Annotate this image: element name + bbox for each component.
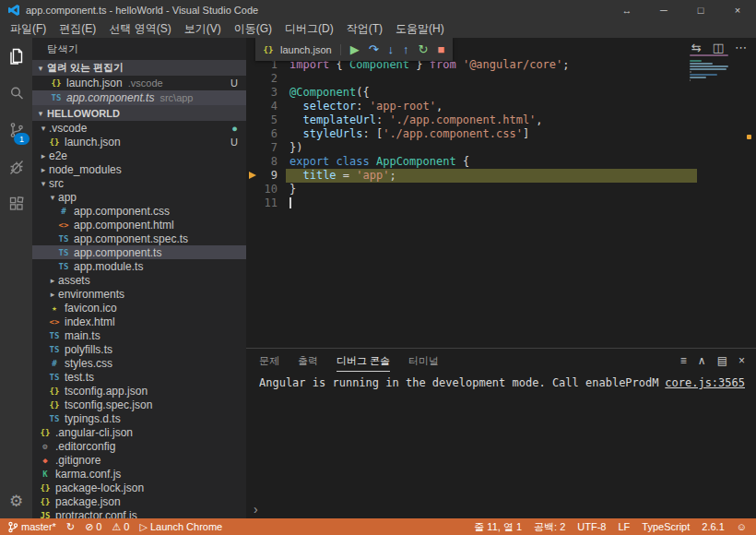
code-line-8[interactable]: 8export class AppComponent { [246,155,697,169]
tree-item-launch.json[interactable]: {}launch.jsonU [32,135,246,149]
tree-item-tsconfig.spec.json[interactable]: {}tsconfig.spec.json [32,398,246,411]
tree-item-app.component.spec.ts[interactable]: TSapp.component.spec.ts [32,232,246,245]
tree-item-karma.conf.js[interactable]: Kkarma.conf.js [32,467,246,481]
status-git-branch[interactable]: master* [7,521,56,533]
panel-tab-출력[interactable]: 출력 [298,351,318,372]
tree-item-main.ts[interactable]: TSmain.ts [32,328,246,342]
gutter-line-4[interactable]: 4 [246,100,286,113]
code-line-6[interactable]: 6 styleUrls: ['./app.component.css'] [246,127,697,141]
status-eol[interactable]: LF [618,521,630,532]
tree-item-assets[interactable]: ▸assets [32,273,246,287]
open-editor-app.component.ts[interactable]: TSapp.component.tssrc\app [32,90,246,105]
tree-item-.editorconfig[interactable]: ⚙.editorconfig [32,439,246,453]
tree-item-environments[interactable]: ▸environments [32,287,246,301]
gutter-line-9[interactable]: 9 [246,169,286,183]
status-encoding[interactable]: UTF-8 [577,521,606,532]
tree-item-tsconfig.app.json[interactable]: {}tsconfig.app.json [32,384,246,398]
tree-item-app.component.css[interactable]: #app.component.css [32,204,246,218]
debug-stop-button[interactable]: ■ [437,43,444,55]
status-errors[interactable]: ⊘0 [85,521,101,533]
open-editors-header[interactable]: ▾ 열려 있는 편집기 [32,60,246,76]
code-line-5[interactable]: 5 templateUrl: './app.component.html', [246,113,697,127]
activity-extensions[interactable] [0,185,32,222]
gutter-line-8[interactable]: 8 [246,155,286,169]
menu-tasks[interactable]: 작업(T) [340,21,389,37]
gutter-line-6[interactable]: 6 [246,127,286,141]
tree-item-.vscode[interactable]: ▾.vscode● [32,121,246,135]
tree-item-app.component.ts[interactable]: TSapp.component.ts [32,245,246,259]
status-language-mode[interactable]: TypeScript [642,521,690,532]
tree-item-e2e[interactable]: ▸e2e [32,149,246,162]
code-line-3[interactable]: 3@Component({ [246,86,697,100]
code-line-4[interactable]: 4 selector: 'app-root', [246,100,697,113]
gutter-line-11[interactable]: 11 [246,196,286,210]
debug-continue-button[interactable]: ▶ [350,43,360,55]
debug-step-into-button[interactable]: ↓ [388,43,395,55]
debug-console-input[interactable]: › [246,500,756,518]
code-line-9[interactable]: 9 title = 'app'; [246,169,697,183]
code-line-2[interactable]: 2 [246,72,697,86]
tree-item-styles.css[interactable]: #styles.css [32,356,246,370]
tree-item-app.component.html[interactable]: <>app.component.html [32,218,246,232]
tree-item-app[interactable]: ▾app [32,190,246,204]
close-panel-icon[interactable]: × [738,354,745,367]
debug-step-out-button[interactable]: ↑ [403,43,409,55]
menu-view[interactable]: 보기(V) [178,21,228,37]
window-close-icon[interactable]: × [719,0,756,20]
tree-item-src[interactable]: ▾src [32,176,246,190]
clear-console-icon[interactable]: ≡ [680,354,687,367]
status-launch-config[interactable]: ▷Launch Chrome [139,521,222,533]
gutter-line-7[interactable]: 7 [246,141,286,155]
minimap[interactable] [690,54,730,84]
console-source-link[interactable]: core.js:3565 [665,376,745,389]
menu-file[interactable]: 파일(F) [4,21,53,37]
activity-explorer[interactable] [0,38,32,75]
status-cursor-position[interactable]: 줄 11, 열 1 [474,520,522,534]
menu-help[interactable]: 도움말(H) [389,21,451,37]
code-line-11[interactable]: 11 [246,196,697,210]
tree-item-typings.d.ts[interactable]: TStypings.d.ts [32,411,246,425]
menu-edit[interactable]: 편집(E) [53,21,102,37]
tree-item-app.module.ts[interactable]: TSapp.module.ts [32,259,246,273]
status-sync[interactable]: ↻ [66,521,75,533]
debug-config-dropdown[interactable]: {}launch.json [261,44,341,55]
panel-tab-문제[interactable]: 문제 [259,351,279,372]
panel-tab-터미널[interactable]: 터미널 [408,351,439,372]
menu-selection[interactable]: 선택 영역(S) [102,21,177,37]
activity-source-control[interactable]: 1 [0,112,32,149]
panel-tab-디버그 콘솔[interactable]: 디버그 콘솔 [337,351,390,372]
debug-restart-button[interactable]: ↻ [419,43,429,55]
tree-item-package.json[interactable]: {}package.json [32,494,246,508]
split-editor-icon[interactable]: ◫ [713,41,724,54]
activity-debug[interactable] [0,149,32,185]
tree-item-protractor.conf.js[interactable]: JSprotractor.conf.js [32,508,246,518]
window-minimize-icon[interactable]: ─ [645,0,682,20]
tree-item-favicon.ico[interactable]: ★favicon.ico [32,301,246,315]
tree-item-package-lock.json[interactable]: {}package-lock.json [32,481,246,494]
open-changes-icon[interactable]: ⇆ [691,41,702,54]
toggle-panel-icon[interactable]: ▤ [717,354,727,367]
activity-search[interactable] [0,75,32,112]
gutter-line-5[interactable]: 5 [246,113,286,127]
menu-debug[interactable]: 디버그(D) [278,21,340,37]
status-indentation[interactable]: 공백: 2 [534,520,565,534]
code-line-10[interactable]: 10} [246,183,697,196]
menu-go[interactable]: 이동(G) [228,21,278,37]
maximize-panel-icon[interactable]: ∧ [698,354,706,367]
gutter-line-10[interactable]: 10 [246,183,286,196]
status-warnings[interactable]: ⚠0 [112,521,129,533]
debug-step-over-button[interactable]: ↷ [369,43,379,55]
gutter-line-2[interactable]: 2 [246,72,286,86]
status-ts-version[interactable]: 2.6.1 [702,521,724,532]
settings-gear-icon[interactable]: ⚙ [0,483,32,518]
tree-item-test.ts[interactable]: TStest.ts [32,370,246,384]
code-editor[interactable]: 1import { Component } from '@angular/cor… [246,38,756,348]
tree-item-.gitignore[interactable]: ◆.gitignore [32,453,246,467]
root-folder-header[interactable]: ▾ HELLOWORLD [32,105,246,121]
tree-item-.angular-cli.json[interactable]: {}.angular-cli.json [32,425,246,439]
code-line-7[interactable]: 7}) [246,141,697,155]
feedback-smiley-icon[interactable]: ☺ [737,521,747,532]
gutter-line-3[interactable]: 3 [246,86,286,100]
more-actions-icon[interactable]: ⋯ [735,41,747,54]
open-editor-launch.json[interactable]: {}launch.json.vscodeU [32,76,246,90]
